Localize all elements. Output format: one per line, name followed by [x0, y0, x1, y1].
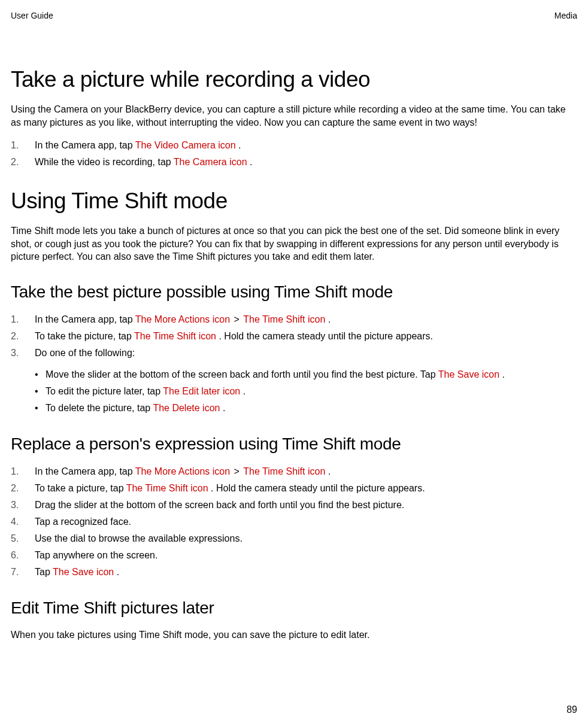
- heading-take-picture-while-recording: Take a picture while recording a video: [11, 67, 577, 92]
- section-best-picture-time-shift: Take the best picture possible using Tim…: [11, 282, 577, 415]
- step-text: . Hold the camera steady until the pictu…: [208, 483, 425, 493]
- separator: >: [231, 314, 242, 324]
- section-replace-expression: Replace a person's expression using Time…: [11, 435, 577, 579]
- step-text: .: [325, 466, 331, 476]
- step-text: In the Camera app, tap: [35, 466, 135, 476]
- time-shift-icon-ref: The Time Shift icon: [243, 314, 325, 324]
- separator: >: [231, 466, 242, 476]
- list-item: To take the picture, tap The Time Shift …: [11, 329, 577, 344]
- step-text: While the video is recording, tap: [35, 157, 174, 167]
- list-item: Tap The Save icon .: [11, 565, 577, 579]
- heading-replace-expression: Replace a person's expression using Time…: [11, 435, 577, 454]
- steps-list: In the Camera app, tap The More Actions …: [11, 464, 577, 579]
- list-item: Tap a recognized face.: [11, 515, 577, 529]
- step-text: In the Camera app, tap: [35, 314, 135, 324]
- list-item: In the Camera app, tap The More Actions …: [11, 464, 577, 479]
- video-camera-icon-ref: The Video Camera icon: [135, 140, 236, 150]
- page-number: 89: [566, 704, 577, 715]
- step-text: .: [114, 567, 119, 577]
- step-text: .: [247, 157, 253, 167]
- step-text: Tap: [35, 567, 53, 577]
- sub-text: To delete the picture, tap: [46, 403, 153, 413]
- list-item: In the Camera app, tap The Video Camera …: [11, 138, 577, 153]
- list-item: To take a picture, tap The Time Shift ic…: [11, 481, 577, 496]
- sub-text: To edit the picture later, tap: [46, 386, 163, 396]
- list-item: While the video is recording, tap The Ca…: [11, 155, 577, 169]
- step-text: .: [325, 314, 331, 324]
- sub-text: .: [240, 386, 245, 396]
- intro-text: When you take pictures using Time Shift …: [11, 628, 577, 642]
- sub-list: Move the slider at the bottom of the scr…: [35, 367, 577, 415]
- save-icon-ref: The Save icon: [438, 369, 499, 379]
- delete-icon-ref: The Delete icon: [153, 403, 220, 413]
- step-text: Drag the slider at the bottom of the scr…: [35, 500, 404, 510]
- save-icon-ref: The Save icon: [53, 567, 114, 577]
- list-item: Drag the slider at the bottom of the scr…: [11, 498, 577, 512]
- intro-text: Using the Camera on your BlackBerry devi…: [11, 103, 577, 129]
- heading-using-time-shift: Using Time Shift mode: [11, 189, 577, 214]
- time-shift-icon-ref: The Time Shift icon: [134, 331, 216, 341]
- step-text: To take the picture, tap: [35, 331, 134, 341]
- step-text: .: [236, 140, 241, 150]
- list-item: Do one of the following: Move the slider…: [11, 346, 577, 415]
- header-right: Media: [554, 11, 577, 20]
- heading-edit-later: Edit Time Shift pictures later: [11, 599, 577, 618]
- step-text: Do one of the following:: [35, 348, 135, 358]
- heading-best-picture: Take the best picture possible using Tim…: [11, 282, 577, 302]
- list-item: In the Camera app, tap The More Actions …: [11, 312, 577, 327]
- step-text: Tap anywhere on the screen.: [35, 550, 157, 560]
- list-item: Move the slider at the bottom of the scr…: [35, 367, 577, 382]
- more-actions-icon-ref: The More Actions icon: [135, 466, 230, 476]
- step-text: In the Camera app, tap: [35, 140, 135, 150]
- step-text: Use the dial to browse the available exp…: [35, 533, 243, 543]
- time-shift-icon-ref: The Time Shift icon: [243, 466, 325, 476]
- steps-list: In the Camera app, tap The More Actions …: [11, 312, 577, 415]
- list-item: Use the dial to browse the available exp…: [11, 531, 577, 546]
- edit-later-icon-ref: The Edit later icon: [163, 386, 240, 396]
- list-item: To delete the picture, tap The Delete ic…: [35, 401, 577, 415]
- sub-text: .: [499, 369, 505, 379]
- section-using-time-shift: Using Time Shift mode Time Shift mode le…: [11, 189, 577, 263]
- list-item: Tap anywhere on the screen.: [11, 548, 577, 563]
- sub-text: Move the slider at the bottom of the scr…: [46, 369, 438, 379]
- page-header: User Guide Media: [11, 11, 577, 20]
- section-edit-later: Edit Time Shift pictures later When you …: [11, 599, 577, 642]
- time-shift-icon-ref: The Time Shift icon: [126, 483, 208, 493]
- intro-text: Time Shift mode lets you take a bunch of…: [11, 224, 577, 263]
- steps-list: In the Camera app, tap The Video Camera …: [11, 138, 577, 169]
- header-left: User Guide: [11, 11, 53, 20]
- step-text: To take a picture, tap: [35, 483, 126, 493]
- sub-text: .: [220, 403, 225, 413]
- more-actions-icon-ref: The More Actions icon: [135, 314, 230, 324]
- section-take-picture-while-recording: Take a picture while recording a video U…: [11, 67, 577, 169]
- list-item: To edit the picture later, tap The Edit …: [35, 384, 577, 399]
- step-text: Tap a recognized face.: [35, 517, 131, 527]
- step-text: . Hold the camera steady until the pictu…: [216, 331, 433, 341]
- camera-icon-ref: The Camera icon: [174, 157, 247, 167]
